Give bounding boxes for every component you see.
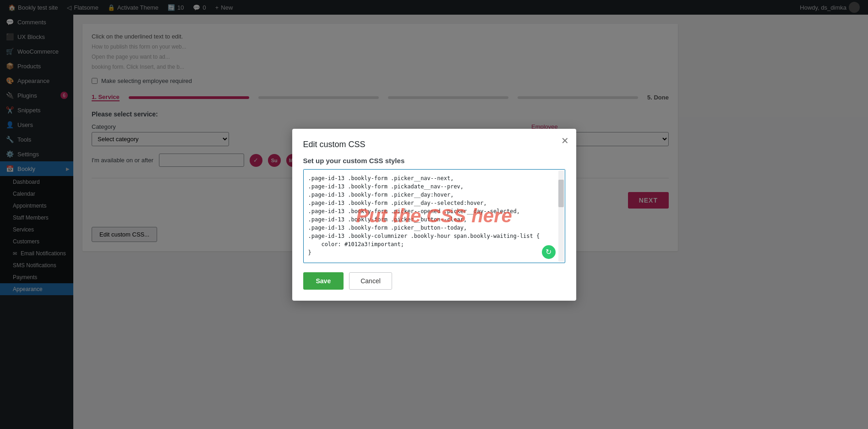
modal-close-button[interactable]: ✕ — [561, 136, 569, 145]
css-textarea[interactable] — [304, 170, 565, 261]
modal-save-button[interactable]: Save — [303, 272, 344, 290]
modal-overlay[interactable]: ✕ Edit custom CSS Set up your custom CSS… — [0, 0, 868, 429]
css-scrollbar-thumb — [558, 180, 564, 207]
modal-subtitle: Set up your custom CSS styles — [303, 157, 565, 165]
css-editor-wrapper: Put the CSS here ↻ — [303, 169, 565, 263]
css-modal: ✕ Edit custom CSS Set up your custom CSS… — [292, 129, 576, 301]
modal-actions: Save Cancel — [303, 272, 565, 290]
modal-cancel-button[interactable]: Cancel — [349, 272, 392, 290]
css-editor-scrollbar[interactable] — [558, 170, 564, 262]
modal-title: Edit custom CSS — [303, 140, 565, 149]
css-refresh-button[interactable]: ↻ — [542, 245, 556, 259]
